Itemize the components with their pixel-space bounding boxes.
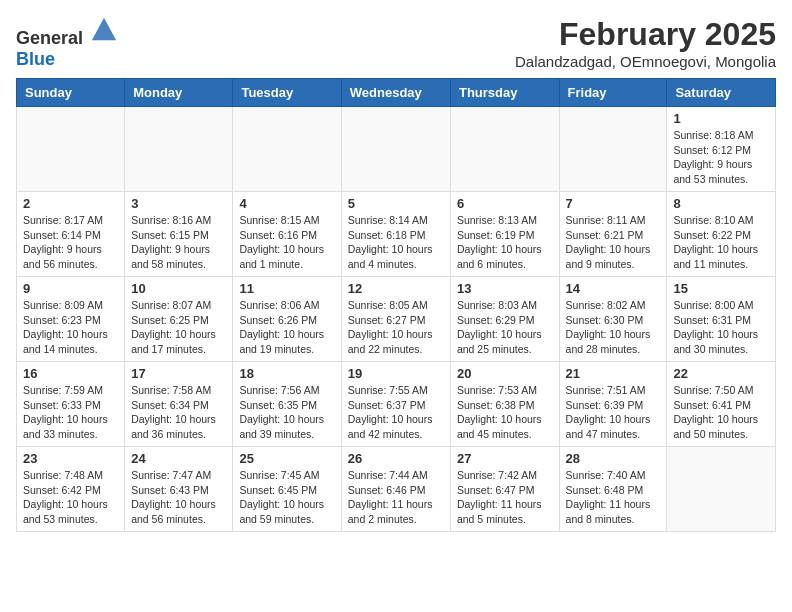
calendar-cell [125,107,233,192]
calendar-table: SundayMondayTuesdayWednesdayThursdayFrid… [16,78,776,532]
day-info: Sunrise: 7:50 AM Sunset: 6:41 PM Dayligh… [673,383,769,442]
day-number: 18 [239,366,334,381]
calendar-cell: 25Sunrise: 7:45 AM Sunset: 6:45 PM Dayli… [233,447,341,532]
calendar-cell [667,447,776,532]
svg-marker-0 [91,18,115,40]
day-number: 5 [348,196,444,211]
day-number: 22 [673,366,769,381]
logo-general: General [16,28,83,48]
calendar-cell: 3Sunrise: 8:16 AM Sunset: 6:15 PM Daylig… [125,192,233,277]
calendar-cell: 22Sunrise: 7:50 AM Sunset: 6:41 PM Dayli… [667,362,776,447]
day-info: Sunrise: 8:17 AM Sunset: 6:14 PM Dayligh… [23,213,118,272]
calendar-cell: 10Sunrise: 8:07 AM Sunset: 6:25 PM Dayli… [125,277,233,362]
day-number: 21 [566,366,661,381]
day-number: 8 [673,196,769,211]
calendar-cell: 21Sunrise: 7:51 AM Sunset: 6:39 PM Dayli… [559,362,667,447]
calendar-cell: 8Sunrise: 8:10 AM Sunset: 6:22 PM Daylig… [667,192,776,277]
day-number: 2 [23,196,118,211]
day-info: Sunrise: 8:00 AM Sunset: 6:31 PM Dayligh… [673,298,769,357]
calendar-cell: 6Sunrise: 8:13 AM Sunset: 6:19 PM Daylig… [450,192,559,277]
calendar-subtitle: Dalandzadgad, OEmnoegovi, Mongolia [515,53,776,70]
calendar-cell: 15Sunrise: 8:00 AM Sunset: 6:31 PM Dayli… [667,277,776,362]
calendar-cell: 19Sunrise: 7:55 AM Sunset: 6:37 PM Dayli… [341,362,450,447]
day-number: 14 [566,281,661,296]
weekday-header-sunday: Sunday [17,79,125,107]
day-info: Sunrise: 7:45 AM Sunset: 6:45 PM Dayligh… [239,468,334,527]
weekday-header-saturday: Saturday [667,79,776,107]
calendar-cell: 11Sunrise: 8:06 AM Sunset: 6:26 PM Dayli… [233,277,341,362]
day-number: 1 [673,111,769,126]
calendar-cell [17,107,125,192]
day-info: Sunrise: 8:15 AM Sunset: 6:16 PM Dayligh… [239,213,334,272]
calendar-cell: 14Sunrise: 8:02 AM Sunset: 6:30 PM Dayli… [559,277,667,362]
week-row-2: 2Sunrise: 8:17 AM Sunset: 6:14 PM Daylig… [17,192,776,277]
calendar-title: February 2025 [515,16,776,53]
calendar-cell: 1Sunrise: 8:18 AM Sunset: 6:12 PM Daylig… [667,107,776,192]
calendar-cell: 18Sunrise: 7:56 AM Sunset: 6:35 PM Dayli… [233,362,341,447]
day-info: Sunrise: 8:03 AM Sunset: 6:29 PM Dayligh… [457,298,553,357]
calendar-cell: 28Sunrise: 7:40 AM Sunset: 6:48 PM Dayli… [559,447,667,532]
day-number: 12 [348,281,444,296]
day-info: Sunrise: 8:13 AM Sunset: 6:19 PM Dayligh… [457,213,553,272]
day-number: 17 [131,366,226,381]
calendar-cell [233,107,341,192]
day-number: 19 [348,366,444,381]
week-row-3: 9Sunrise: 8:09 AM Sunset: 6:23 PM Daylig… [17,277,776,362]
week-row-4: 16Sunrise: 7:59 AM Sunset: 6:33 PM Dayli… [17,362,776,447]
calendar-cell: 2Sunrise: 8:17 AM Sunset: 6:14 PM Daylig… [17,192,125,277]
calendar-cell [450,107,559,192]
calendar-cell: 24Sunrise: 7:47 AM Sunset: 6:43 PM Dayli… [125,447,233,532]
calendar-cell: 16Sunrise: 7:59 AM Sunset: 6:33 PM Dayli… [17,362,125,447]
calendar-cell: 23Sunrise: 7:48 AM Sunset: 6:42 PM Dayli… [17,447,125,532]
logo-icon [90,16,118,44]
day-number: 23 [23,451,118,466]
day-number: 28 [566,451,661,466]
day-number: 3 [131,196,226,211]
day-info: Sunrise: 7:44 AM Sunset: 6:46 PM Dayligh… [348,468,444,527]
calendar-cell: 4Sunrise: 8:15 AM Sunset: 6:16 PM Daylig… [233,192,341,277]
day-number: 11 [239,281,334,296]
day-info: Sunrise: 8:11 AM Sunset: 6:21 PM Dayligh… [566,213,661,272]
day-info: Sunrise: 8:05 AM Sunset: 6:27 PM Dayligh… [348,298,444,357]
calendar-cell [559,107,667,192]
day-number: 26 [348,451,444,466]
day-number: 7 [566,196,661,211]
day-number: 6 [457,196,553,211]
weekday-header-monday: Monday [125,79,233,107]
day-info: Sunrise: 7:47 AM Sunset: 6:43 PM Dayligh… [131,468,226,527]
day-number: 24 [131,451,226,466]
day-info: Sunrise: 8:10 AM Sunset: 6:22 PM Dayligh… [673,213,769,272]
day-info: Sunrise: 7:56 AM Sunset: 6:35 PM Dayligh… [239,383,334,442]
calendar-cell: 7Sunrise: 8:11 AM Sunset: 6:21 PM Daylig… [559,192,667,277]
weekday-header-wednesday: Wednesday [341,79,450,107]
logo-blue: Blue [16,49,55,69]
day-number: 4 [239,196,334,211]
logo-text: General Blue [16,16,118,70]
day-number: 16 [23,366,118,381]
logo: General Blue [16,16,118,70]
calendar-cell: 17Sunrise: 7:58 AM Sunset: 6:34 PM Dayli… [125,362,233,447]
title-block: February 2025 Dalandzadgad, OEmnoegovi, … [515,16,776,70]
day-number: 15 [673,281,769,296]
header: General Blue February 2025 Dalandzadgad,… [16,16,776,70]
calendar-cell: 5Sunrise: 8:14 AM Sunset: 6:18 PM Daylig… [341,192,450,277]
day-info: Sunrise: 8:16 AM Sunset: 6:15 PM Dayligh… [131,213,226,272]
calendar-cell: 13Sunrise: 8:03 AM Sunset: 6:29 PM Dayli… [450,277,559,362]
weekday-header-thursday: Thursday [450,79,559,107]
day-number: 25 [239,451,334,466]
day-info: Sunrise: 8:14 AM Sunset: 6:18 PM Dayligh… [348,213,444,272]
day-number: 27 [457,451,553,466]
day-info: Sunrise: 7:59 AM Sunset: 6:33 PM Dayligh… [23,383,118,442]
day-info: Sunrise: 7:58 AM Sunset: 6:34 PM Dayligh… [131,383,226,442]
calendar-cell [341,107,450,192]
weekday-header-friday: Friday [559,79,667,107]
day-info: Sunrise: 7:55 AM Sunset: 6:37 PM Dayligh… [348,383,444,442]
day-info: Sunrise: 7:48 AM Sunset: 6:42 PM Dayligh… [23,468,118,527]
calendar-cell: 20Sunrise: 7:53 AM Sunset: 6:38 PM Dayli… [450,362,559,447]
day-info: Sunrise: 8:06 AM Sunset: 6:26 PM Dayligh… [239,298,334,357]
week-row-5: 23Sunrise: 7:48 AM Sunset: 6:42 PM Dayli… [17,447,776,532]
day-info: Sunrise: 8:09 AM Sunset: 6:23 PM Dayligh… [23,298,118,357]
weekday-header-tuesday: Tuesday [233,79,341,107]
calendar-header-row: SundayMondayTuesdayWednesdayThursdayFrid… [17,79,776,107]
day-number: 9 [23,281,118,296]
